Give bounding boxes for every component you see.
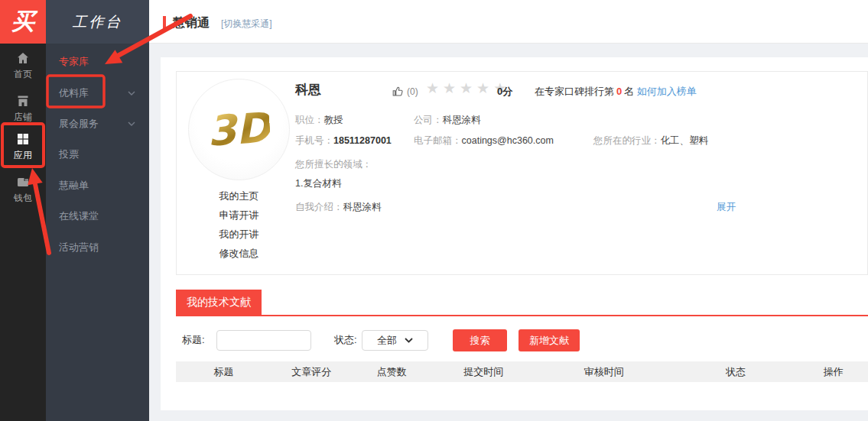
page-title: 慧销通	[173, 15, 210, 31]
field-domain-label: 您所擅长的领域：	[295, 158, 372, 171]
chevron-down-icon	[128, 91, 135, 96]
shop-icon	[15, 93, 31, 108]
menu-item-label: 在线课堂	[59, 209, 99, 223]
link-my-homepage[interactable]: 我的主页	[188, 186, 290, 206]
main-panel: 3D 我的主页 申请开讲 我的开讲 修改信息 科恩 (0) ★★★★★ 0分 在…	[161, 57, 868, 410]
field-value: 1.复合材料	[295, 178, 341, 189]
rail-item-wallet[interactable]: 钱包	[0, 174, 46, 205]
title-accent-bar	[163, 16, 166, 30]
field-value: 化工、塑料	[661, 135, 709, 146]
workspace-menu: 专家库 优料库 展会服务 投票 慧融单 在线课堂	[46, 44, 149, 263]
field-label: 您所在的行业：	[593, 135, 661, 146]
menu-item-label: 活动营销	[59, 241, 99, 254]
workspace-sidebar: 工作台 专家库 优料库 展会服务 投票 慧融单	[46, 0, 149, 421]
field-email: 电子邮箱：coatings@hc360.com	[414, 134, 554, 147]
field-label: 您所擅长的领域：	[295, 159, 372, 170]
home-icon	[15, 50, 31, 66]
column-header: 操作	[798, 365, 868, 379]
tab-underline	[176, 315, 868, 316]
like-count[interactable]: (0)	[392, 86, 418, 98]
thumbs-up-icon	[392, 86, 404, 98]
wallet-icon	[15, 174, 31, 189]
link-apply-lecture[interactable]: 申请开讲	[188, 206, 290, 225]
title-filter-label: 标题:	[182, 329, 205, 351]
menu-item-activity-marketing[interactable]: 活动营销	[46, 232, 149, 262]
like-count-value: (0)	[407, 86, 418, 97]
menu-item-label: 慧融单	[59, 179, 89, 193]
rank-value: 0	[614, 86, 624, 97]
field-value: coatings@hc360.com	[462, 135, 554, 146]
menu-item-label: 投票	[59, 147, 79, 161]
expert-name: 科恩	[295, 81, 321, 99]
field-company: 公司：科恩涂料	[414, 114, 481, 127]
column-header: 状态	[673, 365, 799, 379]
workbench-page: 买 首页 店铺 应用	[0, 0, 868, 421]
rail-item-home[interactable]: 首页	[0, 50, 46, 81]
field-value: 18511287001	[333, 135, 392, 146]
menu-item-vote[interactable]: 投票	[46, 139, 149, 170]
field-value: 科恩涂料	[443, 115, 481, 125]
literature-filter-form: 标题: 状态: 全部 搜索 新增文献	[161, 329, 868, 352]
status-select[interactable]: 全部	[362, 330, 428, 351]
rail-item-label: 应用	[14, 149, 32, 162]
column-header: 点赞数	[352, 365, 432, 379]
profile-links: 我的主页 申请开讲 我的开讲 修改信息	[188, 186, 290, 263]
menu-item-expert-library[interactable]: 专家库	[46, 47, 149, 77]
rank-line: 在专家口碑排行第0名 如何加入榜单	[535, 85, 697, 99]
field-label: 手机号：	[295, 135, 333, 146]
workspace-title: 工作台	[46, 0, 149, 44]
rail-item-apps[interactable]: 应用	[0, 131, 46, 162]
title-input[interactable]	[216, 330, 311, 351]
search-button[interactable]: 搜索	[453, 329, 507, 351]
profile-card: 3D 我的主页 申请开讲 我的开讲 修改信息 科恩 (0) ★★★★★ 0分 在…	[176, 71, 868, 275]
field-label: 公司：	[414, 115, 443, 125]
column-header: 文章评分	[271, 365, 352, 379]
tab-my-technical-literature[interactable]: 我的技术文献	[176, 290, 262, 315]
brand-logo[interactable]: 买	[0, 0, 46, 44]
menu-item-label: 优料库	[59, 86, 89, 100]
menu-item-label: 专家库	[59, 55, 89, 69]
field-value: 教授	[324, 115, 343, 125]
column-header: 审核时间	[535, 365, 673, 379]
switch-platform-link[interactable]: [切换慧采通]	[221, 18, 272, 31]
topbar: 慧销通 [切换慧采通]	[149, 0, 868, 44]
icon-rail: 买 首页 店铺 应用	[0, 0, 46, 421]
avatar: 3D	[188, 79, 290, 180]
field-position: 职位：教授	[295, 114, 343, 127]
apps-icon	[15, 131, 31, 147]
chevron-down-icon	[128, 121, 135, 126]
status-filter-label: 状态:	[334, 329, 357, 351]
field-phone: 手机号：18511287001	[295, 134, 392, 147]
chevron-down-icon	[405, 338, 413, 343]
rail-item-label: 店铺	[14, 111, 32, 124]
field-label: 电子邮箱：	[414, 135, 462, 146]
field-label: 自我介绍：	[295, 202, 343, 212]
rating-score: 0分	[497, 85, 512, 99]
rank-suffix: 名	[624, 86, 634, 97]
link-my-lectures[interactable]: 我的开讲	[188, 225, 290, 244]
field-intro: 自我介绍：科恩涂料	[295, 201, 382, 214]
field-domain-value: 1.复合材料	[295, 177, 341, 190]
rail-item-shop[interactable]: 店铺	[0, 93, 46, 124]
menu-item-material-library[interactable]: 优料库	[46, 77, 149, 108]
field-industry: 您所在的行业：化工、塑料	[593, 134, 708, 147]
rail-item-label: 钱包	[14, 192, 32, 205]
rail-item-label: 首页	[14, 68, 32, 81]
rank-prefix: 在专家口碑排行第	[535, 86, 614, 97]
literature-table-header: 标题 文章评分 点赞数 提交时间 审核时间 状态 操作	[176, 361, 868, 382]
expand-link[interactable]: 展开	[717, 201, 736, 214]
link-edit-info[interactable]: 修改信息	[188, 244, 290, 263]
menu-item-online-classroom[interactable]: 在线课堂	[46, 201, 149, 232]
add-literature-button[interactable]: 新增文献	[519, 329, 580, 351]
column-header: 标题	[176, 365, 271, 379]
menu-item-label: 展会服务	[59, 117, 99, 131]
status-select-value: 全部	[377, 334, 397, 348]
avatar-3d-logo: 3D	[206, 103, 272, 156]
field-value: 科恩涂料	[343, 202, 382, 212]
how-to-join-ranking-link[interactable]: 如何加入榜单	[637, 86, 697, 97]
field-label: 职位：	[295, 115, 324, 125]
menu-item-exhibition-services[interactable]: 展会服务	[46, 108, 149, 139]
column-header: 提交时间	[432, 365, 535, 379]
menu-item-huirongdan[interactable]: 慧融单	[46, 170, 149, 201]
